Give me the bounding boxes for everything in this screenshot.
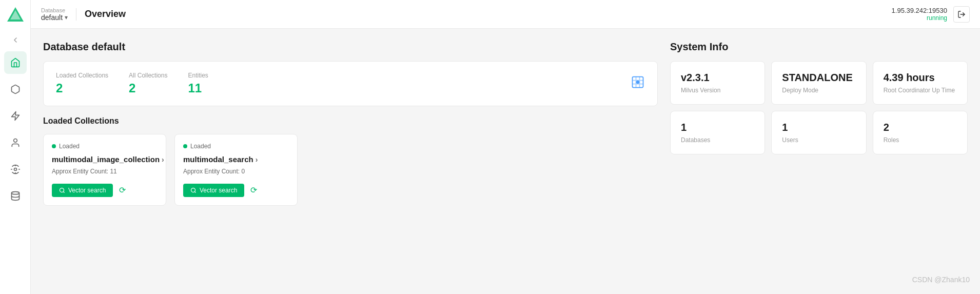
svg-line-11	[194, 191, 195, 192]
stat-all-collections: All Collections 2	[129, 72, 167, 95]
entities-value: 11	[188, 81, 208, 95]
collection-card-0: Loaded multimodal_image_collection › App…	[43, 134, 166, 206]
info-card-value-2: 4.39 hours	[884, 72, 957, 84]
stat-entities: Entities 11	[188, 72, 208, 95]
info-card-label-2: Root Coordinator Up Time	[884, 87, 957, 94]
collection-arrow-icon-1: ›	[256, 155, 258, 164]
info-card-5: 2 Roles	[873, 111, 968, 154]
loaded-collections-label: Loaded Collections	[56, 72, 108, 79]
stat-loaded-collections: Loaded Collections 2	[56, 72, 108, 95]
connection-address: 1.95.39.242:19530	[892, 7, 947, 14]
collection-arrow-icon-0: ›	[162, 155, 164, 164]
collection-actions-1: Vector search ⟳	[183, 183, 289, 197]
vector-search-icon-1	[190, 187, 197, 193]
collection-status-0: Loaded	[52, 143, 158, 150]
loaded-collections-value: 2	[56, 81, 108, 95]
info-card-label-4: Users	[782, 136, 855, 144]
info-card-label-3: Databases	[681, 136, 754, 144]
sidebar-item-activity[interactable]	[4, 105, 27, 127]
info-card-value-3: 1	[681, 122, 754, 133]
connection-info: 1.95.39.242:19530 running	[892, 7, 947, 22]
main-content: Database default ▾ Overview 1.95.39.242:…	[31, 0, 980, 294]
chevron-down-icon: ▾	[65, 14, 68, 21]
refresh-icon-1[interactable]: ⟳	[248, 183, 259, 197]
info-card-4: 1 Users	[771, 111, 866, 154]
topbar-right: 1.95.39.242:19530 running	[892, 6, 970, 23]
info-card-value-5: 2	[884, 122, 957, 133]
sidebar	[0, 0, 31, 294]
vector-search-button-1[interactable]: Vector search	[183, 184, 244, 197]
topbar-divider	[76, 8, 76, 21]
refresh-icon-0[interactable]: ⟳	[117, 183, 128, 197]
vector-search-button-0[interactable]: Vector search	[52, 184, 113, 197]
app-logo	[6, 6, 25, 25]
collection-entity-count-0: Approx Entity Count: 11	[52, 168, 158, 175]
svg-point-8	[60, 188, 64, 192]
topbar: Database default ▾ Overview 1.95.39.242:…	[31, 0, 980, 29]
loaded-collections-title: Loaded Collections	[43, 116, 658, 126]
svg-point-10	[191, 188, 195, 192]
collection-status-1: Loaded	[183, 143, 289, 150]
all-collections-value: 2	[129, 81, 167, 95]
collection-name-0[interactable]: multimodal_image_collection ›	[52, 155, 158, 164]
collection-actions-0: Vector search ⟳	[52, 183, 158, 197]
collection-entity-count-1: Approx Entity Count: 0	[183, 168, 289, 175]
left-panel: Database default Loaded Collections 2 Al…	[43, 41, 658, 282]
database-selector[interactable]: Database default ▾	[41, 7, 68, 22]
info-card-value-4: 1	[782, 122, 855, 133]
info-card-label-1: Deploy Mode	[782, 87, 855, 94]
page-title: Overview	[85, 9, 126, 19]
sidebar-item-database[interactable]	[4, 185, 27, 207]
vector-search-icon-0	[59, 187, 65, 193]
content-area: Database default Loaded Collections 2 Al…	[31, 29, 980, 294]
topbar-left: Database default ▾ Overview	[41, 7, 126, 22]
info-card-2: 4.39 hours Root Coordinator Up Time	[873, 61, 968, 105]
collections-grid: Loaded multimodal_image_collection › App…	[43, 134, 658, 206]
collection-status-label-1: Loaded	[190, 143, 211, 150]
sidebar-item-users[interactable]	[4, 131, 27, 154]
info-card-value-1: STANDALONE	[782, 72, 855, 84]
svg-line-9	[63, 191, 64, 192]
connection-status: running	[892, 14, 947, 22]
svg-point-2	[13, 139, 17, 143]
system-info-title: System Info	[670, 41, 968, 53]
info-card-label-0: Milvus Version	[681, 87, 754, 94]
database-section-title: Database default	[43, 41, 658, 53]
right-panel: System Info v2.3.1 Milvus Version STANDA…	[670, 41, 968, 282]
collection-card-1: Loaded multimodal_search › Approx Entity…	[174, 134, 298, 206]
stats-icon	[631, 75, 645, 92]
system-info-grid: v2.3.1 Milvus Version STANDALONE Deploy …	[670, 61, 968, 154]
info-card-label-5: Roles	[884, 136, 957, 144]
db-selector-label: Database	[41, 7, 68, 13]
svg-point-4	[11, 192, 19, 194]
collection-name-1[interactable]: multimodal_search ›	[183, 155, 289, 164]
logout-icon	[957, 10, 966, 18]
info-card-value-0: v2.3.1	[681, 72, 754, 84]
svg-point-7	[637, 81, 639, 84]
entities-label: Entities	[188, 72, 208, 79]
sidebar-collapse-button[interactable]	[0, 33, 30, 47]
sidebar-item-collections[interactable]	[4, 78, 27, 101]
status-dot-1	[183, 144, 187, 148]
db-name: default	[41, 13, 63, 22]
info-card-3: 1 Databases	[670, 111, 765, 154]
stats-card: Loaded Collections 2 All Collections 2 E…	[43, 61, 658, 106]
sidebar-item-settings[interactable]	[4, 158, 27, 181]
all-collections-label: All Collections	[129, 72, 167, 79]
db-selector-value[interactable]: default ▾	[41, 13, 68, 22]
logout-button[interactable]	[953, 6, 970, 23]
info-card-0: v2.3.1 Milvus Version	[670, 61, 765, 105]
status-dot-0	[52, 144, 56, 148]
info-card-1: STANDALONE Deploy Mode	[771, 61, 866, 105]
sidebar-item-home[interactable]	[4, 51, 27, 74]
svg-point-3	[14, 168, 16, 171]
collection-status-label-0: Loaded	[59, 143, 80, 150]
